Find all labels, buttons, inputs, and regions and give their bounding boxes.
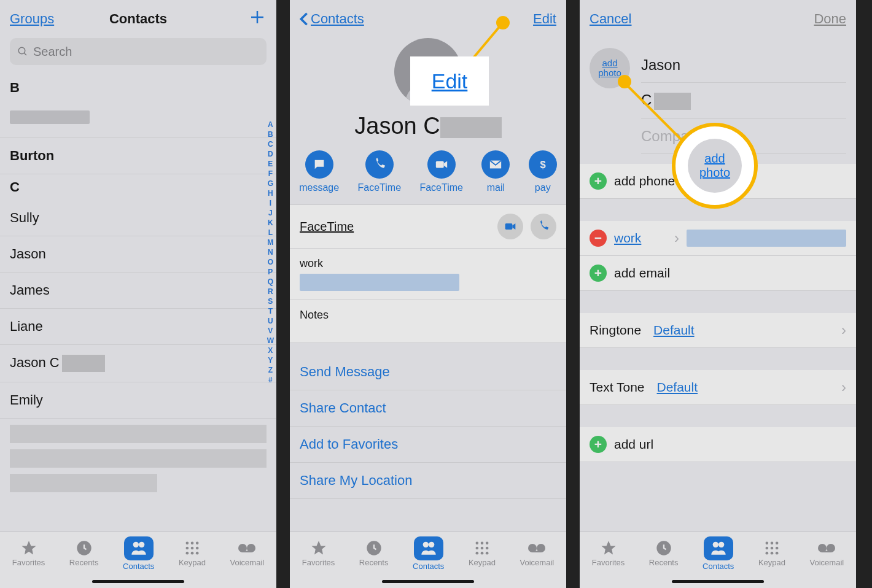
section-header-c: C (0, 174, 276, 200)
search-placeholder: Search (33, 45, 72, 59)
tab-keypad[interactable]: Keypad (758, 540, 785, 567)
contact-row[interactable]: Liane (0, 309, 276, 345)
plus-icon: + (590, 172, 607, 190)
add-email-row[interactable]: + add email (580, 256, 856, 291)
ringtone-row[interactable]: Ringtone Default › (580, 313, 856, 348)
tab-recents[interactable]: Recents (649, 540, 679, 567)
svg-point-15 (196, 552, 199, 555)
svg-point-11 (191, 547, 194, 550)
svg-point-43 (771, 542, 774, 545)
tab-contacts[interactable]: Contacts (703, 536, 734, 571)
send-message-link[interactable]: Send Message (290, 354, 566, 390)
mail-action[interactable]: mail (481, 150, 510, 193)
star-icon (600, 540, 617, 557)
clock-icon (655, 540, 672, 557)
svg-point-10 (185, 547, 189, 550)
svg-point-6 (139, 541, 144, 547)
contact-row[interactable]: Jason C (0, 345, 276, 382)
add-url-row[interactable]: + add url (580, 427, 856, 462)
contact-row-redacted[interactable] (10, 449, 267, 468)
last-name-field[interactable]: C (641, 83, 846, 119)
tab-favorites[interactable]: Favorites (302, 540, 335, 567)
contact-row-redacted[interactable] (0, 101, 276, 138)
texttone-row[interactable]: Text Tone Default › (580, 370, 856, 405)
tab-voicemail[interactable]: Voicemail (810, 540, 844, 567)
facetime-label: FaceTime (300, 220, 354, 234)
svg-point-5 (133, 541, 138, 547)
dollar-icon: $ (536, 158, 550, 171)
svg-point-28 (481, 542, 484, 545)
svg-text:$: $ (540, 159, 545, 170)
svg-point-25 (422, 541, 428, 547)
facetime-video-action[interactable]: FaceTime (419, 150, 463, 193)
page-title: Contacts (109, 11, 167, 27)
header: Contacts Edit (290, 0, 566, 38)
contacts-icon (710, 539, 727, 556)
plus-icon: + (590, 265, 607, 282)
svg-point-9 (196, 542, 199, 545)
groups-link[interactable]: Groups (10, 11, 54, 26)
svg-point-7 (185, 542, 189, 545)
contact-row[interactable]: Jason (0, 236, 276, 273)
tab-contacts[interactable]: Contacts (123, 536, 154, 571)
chevron-right-icon: › (841, 379, 846, 396)
facetime-row: FaceTime (290, 204, 566, 249)
tab-contacts[interactable]: Contacts (413, 536, 444, 571)
facetime-video-button[interactable] (497, 214, 523, 239)
voicemail-icon (528, 540, 545, 557)
contact-name: Jason C (290, 113, 566, 139)
contact-row-burton[interactable]: Burton (0, 138, 276, 174)
header: Groups Contacts (0, 0, 276, 38)
tab-keypad[interactable]: Keypad (469, 540, 496, 567)
share-location-link[interactable]: Share My Location (290, 463, 566, 499)
edit-callout: Edit (413, 59, 486, 103)
svg-point-40 (712, 541, 718, 547)
contact-row-redacted[interactable] (10, 474, 157, 492)
share-contact-link[interactable]: Share Contact (290, 390, 566, 427)
callout-anchor-dot (618, 75, 631, 88)
svg-point-31 (481, 547, 484, 550)
tab-favorites[interactable]: Favorites (592, 540, 625, 567)
work-email-row[interactable]: − work › (580, 221, 856, 256)
work-field[interactable]: work (290, 249, 566, 300)
clock-icon (76, 540, 93, 557)
svg-point-33 (475, 552, 478, 555)
contacts-icon (420, 539, 437, 556)
notes-field[interactable]: Notes (290, 300, 566, 343)
tab-voicemail[interactable]: Voicemail (520, 540, 555, 567)
tab-keypad[interactable]: Keypad (179, 540, 206, 567)
tab-favorites[interactable]: Favorites (12, 540, 45, 567)
add-contact-button[interactable] (211, 8, 267, 30)
contact-row[interactable]: Emily (0, 382, 276, 419)
phone-icon (373, 158, 386, 171)
facetime-audio-button[interactable] (531, 214, 556, 239)
star-icon (310, 540, 327, 557)
search-input[interactable]: Search (10, 38, 267, 65)
contact-row-redacted[interactable] (10, 425, 267, 443)
contact-row[interactable]: Sully (0, 200, 276, 236)
svg-point-35 (486, 552, 489, 555)
edit-button[interactable]: Edit (533, 11, 556, 26)
contact-row[interactable]: James (0, 273, 276, 309)
tab-voicemail[interactable]: Voicemail (230, 540, 265, 567)
first-name-field[interactable]: Jason (641, 48, 846, 83)
redacted-value (687, 230, 846, 247)
done-button[interactable]: Done (814, 11, 846, 26)
contacts-icon (130, 539, 147, 556)
svg-point-51 (819, 544, 827, 552)
tab-recents[interactable]: Recents (359, 540, 389, 567)
cancel-button[interactable]: Cancel (590, 11, 631, 26)
facetime-audio-action[interactable]: FaceTime (358, 150, 402, 193)
message-action[interactable]: message (299, 150, 339, 193)
tab-recents[interactable]: Recents (69, 540, 99, 567)
add-to-favorites-link[interactable]: Add to Favorites (290, 427, 566, 463)
video-icon (435, 158, 448, 171)
back-button[interactable]: Contacts (300, 11, 364, 27)
svg-point-17 (248, 544, 255, 552)
pay-action[interactable]: $pay (529, 150, 557, 193)
svg-point-46 (771, 547, 774, 550)
section-header-b: B (0, 75, 276, 101)
svg-point-13 (185, 552, 189, 555)
alpha-index[interactable]: ABCDEFGHIJKLMNOPQRSTUVWXYZ# (267, 120, 274, 385)
svg-point-42 (765, 542, 768, 545)
